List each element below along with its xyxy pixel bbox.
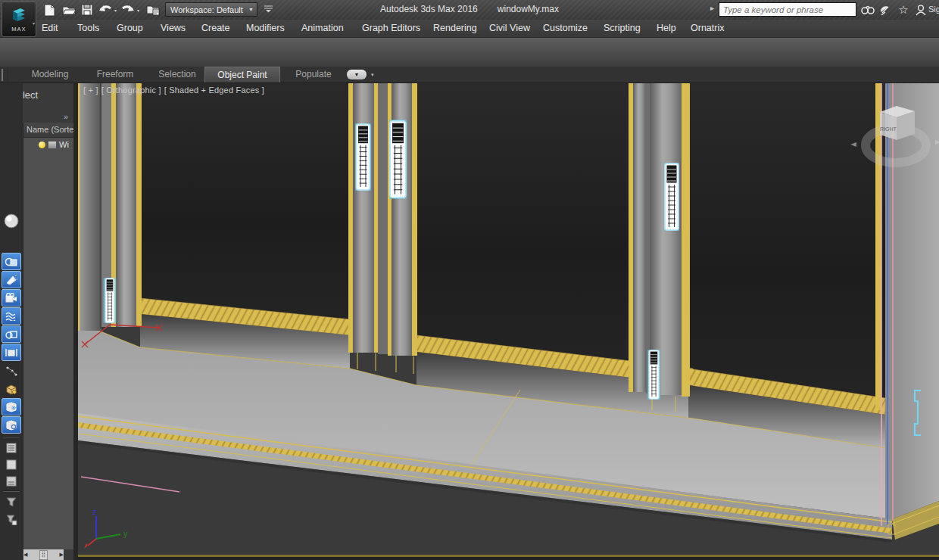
sign-in-label[interactable]: Sig (928, 5, 939, 14)
toolbar-separator (3, 490, 20, 491)
redo-dropdown-icon[interactable]: ▾ (137, 8, 139, 13)
timeline-strip (78, 557, 939, 560)
menu-views[interactable]: Views (161, 20, 186, 37)
viewport-menu-shading[interactable]: [ Shaded + Edged Faces ] (164, 86, 264, 95)
menu-modifiers[interactable]: Modifiers (246, 20, 285, 37)
favorites-star-icon[interactable]: ☆ (895, 2, 912, 17)
viewport-canvas[interactable]: z y RIGHT (78, 83, 939, 555)
scroll-left-icon[interactable]: ◀ (23, 552, 27, 558)
menu-create[interactable]: Create (201, 20, 230, 37)
display-bounds-icon[interactable] (2, 344, 21, 361)
project-folder-icon[interactable] (145, 2, 161, 17)
tab-populate[interactable]: Populate (285, 67, 342, 82)
visibility-bulb-icon[interactable] (39, 142, 45, 148)
window-pane-right[interactable] (688, 83, 885, 398)
help-expand-icon[interactable]: ▸ (710, 4, 714, 12)
undo-icon[interactable] (97, 2, 113, 17)
window-handle[interactable] (388, 120, 407, 200)
explorer-column-header[interactable]: Name (Sorted (23, 123, 73, 138)
window-pane-left[interactable] (140, 83, 350, 319)
ribbon-grip[interactable] (2, 69, 8, 81)
toolbar-separator (3, 436, 20, 437)
object-type-icon (48, 141, 57, 149)
app-title: Autodesk 3ds Max 2016 (380, 4, 478, 14)
explorer-list-item[interactable]: Wi (23, 138, 73, 151)
menu-civil-view[interactable]: Civil View (489, 20, 530, 37)
display-lights-icon[interactable] (2, 271, 21, 288)
tab-modeling[interactable]: Modeling (18, 67, 82, 82)
max-app-button[interactable]: MAX ▾ (2, 2, 36, 37)
window-handle[interactable] (663, 162, 680, 232)
scroll-right-icon[interactable]: ▶ (60, 552, 64, 558)
3dsmax-logo-icon (10, 7, 28, 25)
menu-scripting[interactable]: Scripting (604, 20, 641, 37)
filter-funnel-icon[interactable] (2, 493, 21, 511)
open-file-icon[interactable] (61, 2, 76, 17)
display-hidden-objects-icon[interactable] (2, 416, 21, 434)
menu-rendering[interactable]: Rendering (433, 20, 477, 37)
menu-tools[interactable]: Tools (77, 20, 99, 37)
filter-combinations-icon[interactable] (2, 511, 21, 528)
viewport-label[interactable]: [ + ][ Orthographic ][ Shaded + Edged Fa… (83, 86, 267, 95)
max-logo-label: MAX (11, 26, 26, 33)
tab-freeform[interactable]: Freeform (85, 67, 145, 82)
window-handle[interactable] (355, 123, 372, 191)
search-input[interactable] (719, 2, 856, 17)
display-shapes-icon[interactable] (2, 253, 21, 270)
viewport-menu-view[interactable]: [ Orthographic ] (101, 86, 161, 95)
axis-y-label: y (123, 529, 128, 538)
explorer-detail-view-icon[interactable] (2, 472, 21, 490)
scrollbar-thumb[interactable]: ⣿ (39, 550, 48, 560)
main-toolbar: ↶ ↷ All ▼ (0, 38, 939, 67)
viewport-menu-pos[interactable]: [ + ] (83, 86, 98, 95)
menu-ornatrix[interactable]: Ornatrix (691, 20, 724, 37)
new-file-icon[interactable] (42, 2, 58, 17)
tab-selection[interactable]: Selection (148, 67, 206, 82)
window-handle[interactable] (105, 277, 116, 323)
object-name-label: Wi (59, 140, 69, 149)
display-cameras-icon[interactable] (2, 289, 21, 306)
sign-in-person-icon[interactable] (912, 2, 929, 17)
workspace-dropdown[interactable]: Workspace: Default ▼ (165, 2, 257, 17)
axis-z-label: z (92, 507, 97, 516)
redo-icon[interactable] (120, 2, 136, 17)
tab-object-paint[interactable]: Object Paint (204, 67, 280, 82)
workspace-label: Workspace: Default (170, 5, 243, 14)
menu-customize[interactable]: Customize (543, 20, 588, 37)
frame-left-jamb[interactable] (78, 83, 101, 331)
display-space-warps-icon[interactable] (2, 307, 21, 325)
explorer-list-view-icon[interactable] (2, 439, 21, 456)
menu-help[interactable]: Help (657, 20, 676, 37)
display-geometry-sphere-icon[interactable] (2, 210, 21, 232)
title-bar: ▾ ▾ Workspace: Default ▼ Autodesk 3ds Ma… (0, 0, 939, 20)
display-frozen-objects-icon[interactable] (2, 398, 21, 415)
save-icon[interactable] (79, 2, 95, 17)
menu-group[interactable]: Group (117, 20, 143, 37)
menu-edit[interactable]: Edit (42, 20, 58, 37)
undo-dropdown-icon[interactable]: ▾ (114, 8, 117, 13)
viewport[interactable]: [ + ][ Orthographic ][ Shaded + Edged Fa… (78, 83, 939, 557)
max-menu-arrow-icon: ▾ (33, 20, 35, 26)
panel-expand-chevrons-icon[interactable]: » (64, 112, 68, 121)
viewcube-face-label[interactable]: RIGHT (880, 126, 897, 132)
display-helpers-icon[interactable] (2, 325, 21, 343)
menu-graph-editors[interactable]: Graph Editors (362, 20, 420, 37)
ribbon-tab-bar: Modeling Freeform Selection Object Paint… (0, 67, 939, 83)
search-help-icon[interactable] (859, 2, 876, 17)
3dsmax-window: ▾ ▾ Workspace: Default ▼ Autodesk 3ds Ma… (0, 0, 939, 560)
display-containers-icon[interactable] (2, 380, 21, 397)
display-bones-icon[interactable] (2, 362, 21, 379)
communication-center-icon[interactable] (877, 2, 894, 17)
scene-explorer-toolbar (0, 83, 23, 560)
menu-animation[interactable]: Animation (301, 20, 344, 37)
explorer-horizontal-scrollbar[interactable]: ◀ ⣿ ▶ (23, 549, 64, 560)
ribbon-flyout-button[interactable]: ▼ (347, 70, 367, 79)
explorer-blank-view-icon[interactable] (2, 456, 21, 473)
workspace-dropdown-arrow-icon[interactable]: ▼ (245, 7, 257, 12)
scene-explorer-panel: Name (Sorted Wi (23, 123, 73, 549)
ribbon-flyout-arrow-icon[interactable]: ▾ (371, 72, 374, 78)
file-name: windowMy.max (498, 4, 559, 14)
window-handle[interactable] (647, 349, 660, 400)
menu-bar: Edit Tools Group Views Create Modifiers … (0, 20, 939, 38)
workspace-flyout-icon[interactable] (264, 5, 273, 14)
